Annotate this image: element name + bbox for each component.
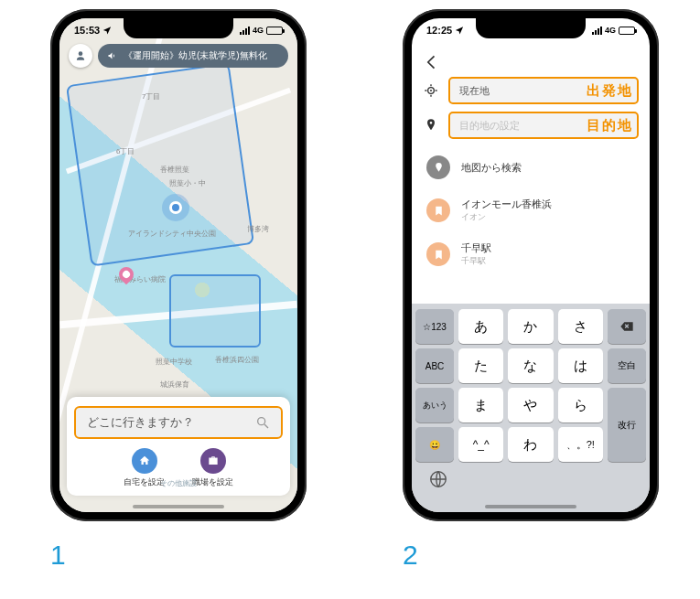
globe-button[interactable] bbox=[428, 469, 448, 493]
bookmark-icon bbox=[426, 242, 450, 266]
software-keyboard: ☆123 あ か さ ABC た な は 空白 あいう ま や ら 改行 😀 ^… bbox=[412, 304, 650, 512]
user-icon bbox=[74, 49, 87, 62]
screen-1: 15:53 4G 7丁目 6丁目 香椎照葉 照葉小・中 アイランドシティ中央公園… bbox=[59, 18, 297, 512]
suggestions-list: 地図から検索 イオンモール香椎浜 イオン 千早駅 千早駅 bbox=[412, 146, 650, 276]
search-input[interactable]: どこに行きますか？ bbox=[74, 406, 283, 439]
map-label: 香椎浜四公園 bbox=[215, 355, 259, 365]
key-space[interactable]: 空白 bbox=[608, 348, 646, 383]
list-item-sub: イオン bbox=[461, 211, 552, 223]
map-search-label: 地図から検索 bbox=[461, 161, 522, 175]
key-wa[interactable]: わ bbox=[508, 427, 553, 462]
key-backspace[interactable] bbox=[608, 309, 646, 344]
list-item[interactable]: 千早駅 千早駅 bbox=[423, 232, 639, 276]
key-num[interactable]: ☆123 bbox=[415, 309, 454, 344]
header bbox=[412, 46, 650, 79]
dest-placeholder: 目的地の設定 bbox=[459, 119, 520, 133]
screen-2: 12:25 4G 現在地 出発地 bbox=[412, 18, 650, 512]
search-placeholder: どこに行きますか？ bbox=[87, 414, 194, 431]
key-punct[interactable]: 、。?! bbox=[558, 427, 603, 462]
key-abc[interactable]: ABC bbox=[415, 348, 454, 383]
back-button[interactable] bbox=[423, 53, 441, 71]
globe-icon bbox=[428, 469, 448, 489]
current-location-dot bbox=[169, 201, 182, 214]
location-arrow-icon bbox=[455, 26, 464, 35]
key-sa[interactable]: さ bbox=[558, 309, 603, 344]
map-search-row[interactable]: 地図から検索 bbox=[423, 146, 639, 188]
crosshair-icon bbox=[423, 82, 439, 99]
dest-input[interactable]: 目的地の設定 bbox=[448, 112, 639, 139]
pin-icon bbox=[423, 117, 439, 134]
list-item-sub: 千早駅 bbox=[461, 255, 491, 267]
bottom-sheet: どこに行きますか？ 自宅を設定 職場を設定 その他施設 bbox=[67, 397, 290, 496]
map-label: アイランドシティ中央公園 bbox=[128, 229, 216, 239]
backspace-icon bbox=[619, 319, 634, 334]
work-shortcut[interactable]: 職場を設定 bbox=[192, 448, 233, 488]
network-label: 4G bbox=[605, 26, 616, 35]
battery-icon bbox=[266, 27, 283, 35]
map-label: 香椎照葉 bbox=[160, 165, 189, 175]
signal-icon bbox=[240, 27, 250, 35]
map-label: 6丁目 bbox=[116, 146, 135, 156]
key-kana[interactable]: あいう bbox=[415, 388, 454, 423]
map-label: 照葉中学校 bbox=[156, 357, 192, 367]
map-footer-text: その他施設 bbox=[160, 478, 197, 488]
signal-icon bbox=[592, 27, 602, 35]
key-ta[interactable]: た bbox=[458, 348, 503, 383]
home-shortcut[interactable]: 自宅を設定 bbox=[124, 448, 165, 488]
key-ha[interactable]: は bbox=[558, 348, 603, 383]
map-pin-icon bbox=[426, 155, 450, 179]
key-kaomoji[interactable]: ^_^ bbox=[458, 427, 503, 462]
svg-point-0 bbox=[258, 418, 265, 425]
battery-icon bbox=[619, 27, 635, 35]
top-bar: 《運用開始》幼児(未就学児)無料化 bbox=[69, 44, 288, 68]
home-icon bbox=[132, 448, 157, 474]
key-ra[interactable]: ら bbox=[558, 388, 603, 423]
key-ya[interactable]: や bbox=[508, 388, 553, 423]
key-ma[interactable]: ま bbox=[458, 388, 503, 423]
step-number-1: 1 bbox=[50, 540, 66, 571]
origin-row: 現在地 出発地 bbox=[423, 77, 639, 104]
dest-row: 目的地の設定 目的地 bbox=[423, 112, 639, 139]
notch bbox=[124, 18, 233, 38]
notch bbox=[476, 18, 586, 38]
phone-mock-2: 12:25 4G 現在地 出発地 bbox=[403, 9, 659, 521]
network-label: 4G bbox=[253, 26, 264, 35]
list-item[interactable]: イオンモール香椎浜 イオン bbox=[423, 188, 639, 232]
announcement-text: 《運用開始》幼児(未就学児)無料化 bbox=[124, 49, 267, 62]
map-label: 7丁目 bbox=[142, 91, 160, 102]
list-item-title: イオンモール香椎浜 bbox=[461, 198, 552, 211]
step-number-2: 2 bbox=[403, 540, 418, 571]
route-fields: 現在地 出発地 目的地の設定 目的地 bbox=[412, 77, 650, 146]
arrow-left-icon bbox=[423, 53, 441, 71]
origin-input[interactable]: 現在地 bbox=[448, 77, 639, 104]
announcement-banner[interactable]: 《運用開始》幼児(未就学児)無料化 bbox=[98, 44, 288, 68]
home-indicator[interactable] bbox=[485, 505, 576, 508]
status-time: 12:25 bbox=[426, 25, 452, 36]
profile-button[interactable] bbox=[69, 44, 92, 68]
key-return[interactable]: 改行 bbox=[608, 388, 646, 462]
key-emoji[interactable]: 😀 bbox=[415, 427, 454, 462]
map-label: 城浜保育 bbox=[160, 380, 189, 390]
origin-value: 現在地 bbox=[459, 84, 490, 98]
key-a[interactable]: あ bbox=[458, 309, 503, 344]
home-shortcut-label: 自宅を設定 bbox=[124, 476, 165, 488]
key-ka[interactable]: か bbox=[508, 309, 553, 344]
bookmark-icon bbox=[426, 198, 450, 222]
home-indicator[interactable] bbox=[133, 505, 224, 508]
map-label: 照葉小・中 bbox=[169, 178, 206, 188]
map-label: 博多湾 bbox=[247, 224, 269, 234]
status-time: 15:53 bbox=[74, 25, 100, 36]
svg-line-1 bbox=[264, 424, 268, 428]
work-shortcut-label: 職場を設定 bbox=[192, 476, 233, 488]
briefcase-icon bbox=[200, 448, 226, 474]
search-icon bbox=[255, 415, 270, 430]
phone-mock-1: 15:53 4G 7丁目 6丁目 香椎照葉 照葉小・中 アイランドシティ中央公園… bbox=[50, 9, 307, 521]
key-na[interactable]: な bbox=[508, 348, 553, 383]
svg-point-3 bbox=[430, 90, 432, 91]
list-item-title: 千早駅 bbox=[461, 241, 491, 255]
megaphone-icon bbox=[107, 50, 118, 61]
location-arrow-icon bbox=[102, 26, 112, 35]
